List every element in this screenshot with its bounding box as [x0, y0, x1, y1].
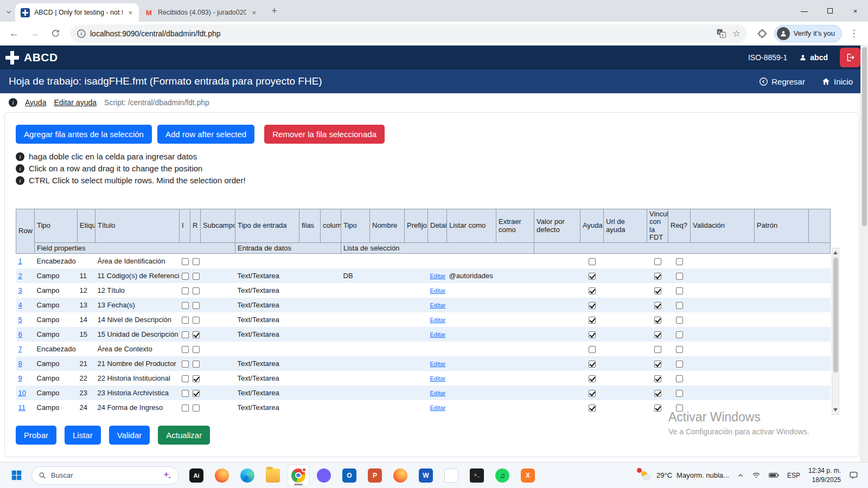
checkbox[interactable] — [589, 317, 596, 324]
checkbox[interactable] — [654, 404, 661, 412]
editar-link[interactable]: Editar — [430, 317, 446, 323]
outlook-taskbar-button[interactable]: O — [339, 465, 360, 486]
remove-row-button[interactable]: Remover la fila seleccionada — [264, 125, 385, 144]
checkbox[interactable] — [676, 258, 683, 265]
checkbox[interactable] — [676, 346, 683, 353]
table-row[interactable]: 1EncabezadoÁrea de Identificación — [16, 254, 831, 268]
checkbox[interactable] — [193, 317, 200, 324]
row-number-link[interactable]: 4 — [18, 301, 22, 309]
table-row[interactable]: 2Campo1111 Código(s) de ReferenciaText/T… — [16, 268, 831, 283]
chrome-taskbar-button[interactable] — [288, 465, 309, 486]
checkbox[interactable] — [182, 258, 189, 265]
powerpoint-taskbar-button[interactable]: P — [364, 465, 386, 486]
checkbox[interactable] — [654, 361, 661, 368]
checkbox[interactable] — [193, 273, 200, 280]
checkbox[interactable] — [589, 258, 596, 265]
checkbox[interactable] — [589, 273, 596, 280]
editar-link[interactable]: Editar — [430, 361, 446, 367]
word-taskbar-button[interactable]: W — [415, 465, 437, 486]
copilot-sparkle-icon[interactable] — [162, 471, 172, 480]
close-button[interactable]: × — [843, 0, 868, 22]
translate-icon[interactable]: Aa — [717, 29, 726, 38]
address-bar[interactable]: localhost:9090/central/dbadmin/fdt.php A… — [71, 24, 747, 43]
probar-button[interactable]: Probar — [16, 426, 56, 445]
checkbox[interactable] — [589, 302, 596, 309]
hidden-icons-chevron-icon[interactable] — [737, 472, 744, 479]
battery-icon[interactable] — [769, 472, 779, 479]
row-number-link[interactable]: 7 — [18, 345, 22, 353]
table-row[interactable]: 7EncabezadoÁrea de Contexto — [16, 342, 831, 356]
start-button[interactable] — [5, 465, 27, 486]
checkbox[interactable] — [676, 361, 683, 368]
refresh-button[interactable] — [47, 25, 64, 42]
browser-menu-icon[interactable]: ⋮ — [845, 25, 863, 42]
tab-gmail[interactable]: Recibidos (4.093) - jurado02060 × — [139, 3, 263, 22]
table-row[interactable]: 8Campo2121 Nombre del ProductorText/Text… — [16, 356, 831, 371]
checkbox[interactable] — [182, 346, 189, 353]
checkbox[interactable] — [182, 317, 189, 324]
checkbox[interactable] — [182, 375, 189, 382]
minimize-button[interactable]: — — [792, 0, 817, 22]
checkbox[interactable] — [182, 273, 189, 280]
ayuda-link[interactable]: Ayuda — [25, 98, 46, 107]
editar-link[interactable]: Editar — [430, 375, 446, 382]
editar-link[interactable]: Editar — [430, 331, 446, 338]
table-row[interactable]: 9Campo2222 Historia InstitucionalText/Te… — [16, 371, 831, 386]
checkbox[interactable] — [589, 390, 596, 397]
regresar-link[interactable]: Regresar — [759, 77, 805, 86]
page-scroll-thumb[interactable] — [862, 47, 867, 226]
clock[interactable]: 12:34 p. m. 18/9/2025 — [808, 466, 841, 484]
checkbox[interactable] — [654, 390, 661, 397]
checkbox[interactable] — [654, 287, 661, 294]
checkbox[interactable] — [676, 331, 683, 338]
add-row-after-button[interactable]: Add row after selected — [157, 125, 254, 144]
checkbox[interactable] — [182, 404, 189, 412]
checkbox[interactable] — [676, 390, 683, 397]
checkbox[interactable] — [182, 390, 189, 397]
checkbox[interactable] — [193, 287, 200, 294]
checkbox[interactable] — [193, 331, 200, 338]
checkbox[interactable] — [589, 375, 596, 382]
ai-taskbar-button[interactable]: Ai — [186, 465, 207, 486]
editar-link[interactable]: Editar — [430, 302, 446, 309]
taskbar-search[interactable]: Buscar — [31, 466, 179, 485]
editar-ayuda-link[interactable]: Editar ayuda — [54, 98, 97, 107]
page-info-icon[interactable] — [77, 29, 86, 38]
table-scrollbar[interactable] — [832, 248, 839, 415]
checkbox[interactable] — [589, 331, 596, 338]
actualizar-button[interactable]: Actualizar — [158, 426, 210, 445]
spotify-taskbar-button[interactable]: ♫ — [492, 465, 513, 486]
checkbox[interactable] — [589, 346, 596, 353]
checkbox[interactable] — [182, 302, 189, 309]
network-icon[interactable] — [752, 471, 761, 480]
editar-link[interactable]: Editar — [430, 390, 446, 396]
tab-abcd[interactable]: ABCD | Only for testing - not fo × — [15, 3, 139, 22]
back-button[interactable]: ← — [5, 25, 23, 42]
row-number-link[interactable]: 11 — [18, 403, 26, 412]
row-number-link[interactable]: 8 — [18, 359, 22, 368]
checkbox[interactable] — [193, 302, 200, 309]
table-row[interactable]: 6Campo1515 Unidad de DescripciónText/Tex… — [16, 327, 831, 342]
new-tab-button[interactable]: + — [268, 5, 280, 17]
add-row-before-button[interactable]: Agregar fila antes de la selección — [16, 125, 152, 144]
file-explorer-taskbar-button[interactable] — [262, 465, 284, 486]
checkbox[interactable] — [589, 361, 596, 368]
tab-close-icon[interactable]: × — [251, 9, 257, 17]
inicio-link[interactable]: Inicio — [821, 77, 853, 86]
edge-taskbar-button[interactable] — [237, 465, 258, 486]
terminal-taskbar-button[interactable]: >_ — [466, 465, 488, 486]
firefox-2-taskbar-button[interactable] — [390, 465, 411, 486]
checkbox[interactable] — [676, 375, 683, 382]
editar-link[interactable]: Editar — [430, 273, 446, 279]
checkbox[interactable] — [654, 273, 661, 280]
table-row[interactable]: 11Campo2424 Forma de IngresoText/Textare… — [16, 400, 831, 415]
extensions-icon[interactable] — [754, 25, 771, 42]
row-number-link[interactable]: 5 — [18, 316, 22, 324]
scroll-up-icon[interactable] — [833, 251, 838, 254]
checkbox[interactable] — [654, 375, 661, 382]
firefox-taskbar-button[interactable] — [211, 465, 233, 486]
row-number-link[interactable]: 2 — [18, 272, 22, 280]
checkbox[interactable] — [654, 346, 661, 353]
checkbox[interactable] — [676, 287, 683, 294]
page-scrollbar[interactable] — [860, 46, 868, 462]
